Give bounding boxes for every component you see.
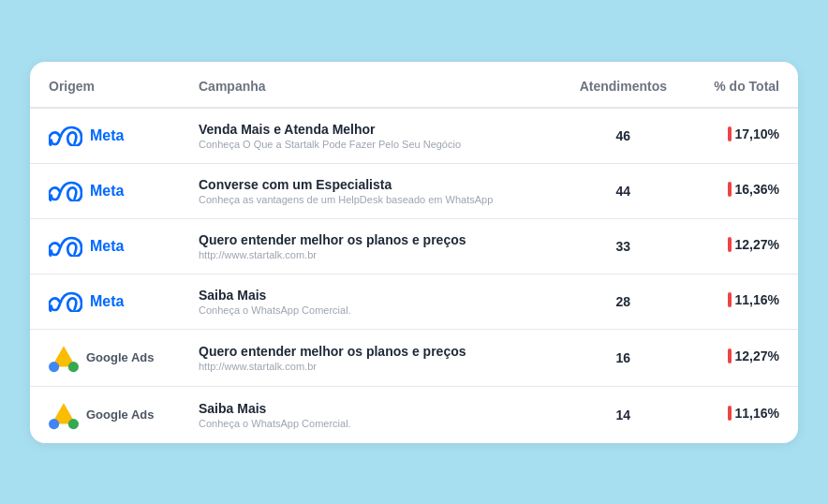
percent-value: 11,16% — [686, 274, 798, 329]
percent-inner: 17,10% — [728, 126, 779, 141]
campaign-title: Quero entender melhor os planos e preços — [199, 344, 542, 359]
percent-value: 12,27% — [686, 218, 798, 274]
header-campanha: Campanha — [180, 62, 561, 108]
campaign-subtitle: http://www.startalk.com.br — [199, 249, 542, 260]
bar-indicator — [728, 182, 732, 197]
percent-inner: 12,27% — [728, 348, 779, 363]
origin-cell: Meta — [30, 274, 180, 329]
campaigns-table: Origem Campanha Atendimentos % do Total … — [30, 62, 798, 443]
origin-cell: Meta — [30, 218, 180, 274]
campaign-title: Saiba Mais — [199, 288, 542, 303]
svg-point-2 — [49, 362, 59, 372]
header-origem: Origem — [30, 62, 180, 108]
campaign-subtitle: Conheça o WhatsApp Comercial. — [199, 418, 542, 429]
table-row: Meta Venda Mais e Atenda Melhor Conheça … — [30, 108, 798, 164]
google-ads-icon — [49, 343, 79, 373]
svg-point-5 — [49, 419, 59, 429]
table-row: Google Ads Saiba Mais Conheça o WhatsApp… — [30, 386, 798, 443]
percent-value: 17,10% — [686, 108, 798, 164]
bar-indicator — [728, 406, 732, 421]
campaign-cell: Saiba Mais Conheça o WhatsApp Comercial. — [180, 386, 561, 443]
percent-value: 12,27% — [686, 329, 798, 386]
bar-indicator — [728, 126, 732, 141]
atendimentos-value: 16 — [561, 329, 686, 386]
origin-cell: Google Ads — [30, 329, 180, 386]
google-ads-label: Google Ads — [86, 408, 154, 422]
campaign-cell: Venda Mais e Atenda Melhor Conheça O Que… — [180, 108, 561, 164]
origin-cell: Meta — [30, 108, 180, 164]
atendimentos-value: 33 — [561, 218, 686, 274]
percent-text: 12,27% — [735, 237, 779, 252]
meta-icon — [49, 126, 82, 146]
table-row: Meta Saiba Mais Conheça o WhatsApp Comer… — [30, 274, 798, 329]
percent-inner: 11,16% — [728, 292, 779, 307]
campaign-title: Quero entender melhor os planos e preços — [199, 232, 542, 247]
origin-cell: Meta — [30, 163, 180, 218]
percent-text: 16,36% — [735, 182, 779, 197]
svg-point-4 — [68, 419, 79, 429]
origin-cell: Google Ads — [30, 386, 180, 443]
meta-label: Meta — [90, 183, 124, 200]
main-card: Origem Campanha Atendimentos % do Total … — [30, 62, 798, 443]
meta-label: Meta — [90, 127, 124, 144]
percent-text: 11,16% — [735, 406, 779, 421]
campaign-subtitle: Conheça as vantagens de um HelpDesk base… — [199, 194, 542, 205]
table-header-row: Origem Campanha Atendimentos % do Total — [30, 62, 798, 108]
campaign-title: Venda Mais e Atenda Melhor — [199, 122, 542, 137]
atendimentos-value: 46 — [561, 108, 686, 164]
table-row: Google Ads Quero entender melhor os plan… — [30, 329, 798, 386]
meta-logo: Meta — [49, 181, 161, 201]
google-ads-logo: Google Ads — [49, 400, 161, 430]
meta-icon — [49, 236, 82, 257]
header-percent: % do Total — [686, 62, 798, 108]
percent-text: 17,10% — [735, 126, 779, 141]
campaign-cell: Quero entender melhor os planos e preços… — [180, 329, 561, 386]
percent-text: 11,16% — [735, 292, 779, 307]
percent-inner: 12,27% — [728, 237, 779, 252]
campaign-cell: Saiba Mais Conheça o WhatsApp Comercial. — [180, 274, 561, 329]
meta-icon — [49, 291, 82, 312]
percent-value: 11,16% — [686, 386, 798, 443]
percent-inner: 11,16% — [728, 406, 779, 421]
campaign-cell: Converse com um Especialista Conheça as … — [180, 163, 561, 218]
percent-value: 16,36% — [686, 163, 798, 218]
bar-indicator — [728, 292, 732, 307]
google-ads-label: Google Ads — [86, 350, 154, 364]
meta-logo: Meta — [49, 126, 161, 146]
bar-indicator — [728, 348, 732, 363]
table-row: Meta Converse com um Especialista Conheç… — [30, 163, 798, 218]
meta-icon — [49, 181, 82, 201]
campaign-title: Saiba Mais — [199, 401, 542, 416]
atendimentos-value: 28 — [561, 274, 686, 329]
bar-indicator — [728, 237, 732, 252]
table-row: Meta Quero entender melhor os planos e p… — [30, 218, 798, 274]
google-ads-logo: Google Ads — [49, 343, 161, 373]
campaign-cell: Quero entender melhor os planos e preços… — [180, 218, 561, 274]
svg-point-1 — [68, 362, 79, 372]
meta-logo: Meta — [49, 236, 161, 257]
campaign-subtitle: Conheça O Que a Startalk Pode Fazer Pelo… — [199, 139, 542, 150]
campaign-title: Converse com um Especialista — [199, 177, 542, 192]
header-atendimentos: Atendimentos — [561, 62, 686, 108]
meta-logo: Meta — [49, 291, 161, 312]
google-ads-icon — [49, 400, 79, 430]
atendimentos-value: 44 — [561, 163, 686, 218]
atendimentos-value: 14 — [561, 386, 686, 443]
campaign-subtitle: Conheça o WhatsApp Comercial. — [199, 304, 542, 316]
campaign-subtitle: http://www.startalk.com.br — [199, 361, 542, 372]
percent-inner: 16,36% — [728, 182, 779, 197]
meta-label: Meta — [90, 293, 124, 310]
meta-label: Meta — [90, 238, 124, 255]
percent-text: 12,27% — [735, 348, 779, 363]
